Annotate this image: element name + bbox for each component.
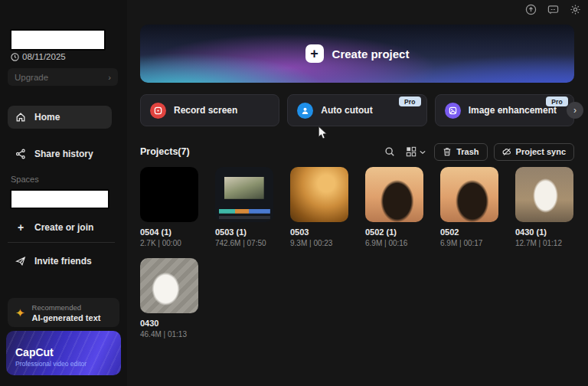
project-card[interactable]: 0430 (1) 12.7M | 01:12: [515, 167, 573, 247]
chevron-right-icon: ›: [108, 73, 111, 82]
project-thumbnail[interactable]: [440, 167, 498, 222]
project-stats: 9.3M | 00:23: [290, 239, 348, 247]
project-thumbnail[interactable]: [515, 167, 573, 222]
trash-icon: [443, 147, 452, 156]
record-icon: [150, 103, 166, 119]
sidebar-item-label: Create or join: [34, 222, 93, 233]
sidebar-item-invite-friends[interactable]: Invite friends: [8, 250, 100, 273]
project-stats: 46.4M | 01:13: [140, 330, 198, 339]
auto-cutout-button[interactable]: Auto cutout Pro: [287, 94, 426, 126]
project-card[interactable]: 0503 9.3M | 00:23: [290, 167, 348, 247]
date-text: 08/11/2025: [22, 52, 66, 61]
plus-icon: +: [305, 44, 324, 63]
spaces-section-label: Spaces: [11, 175, 39, 184]
create-project-label: Create project: [332, 47, 410, 61]
upgrade-button[interactable]: Upgrade ›: [8, 68, 118, 86]
project-title: 0504 (1): [140, 227, 198, 237]
clock-icon: [11, 53, 19, 61]
capcut-banner-subtitle: Professional video editor: [15, 360, 112, 368]
project-title: 0502: [440, 227, 498, 237]
share-icon: [15, 149, 26, 159]
chevron-down-icon: [420, 146, 426, 158]
project-sync-button[interactable]: Project sync: [494, 143, 574, 161]
grid-view-icon: [406, 146, 416, 157]
paper-plane-icon: [15, 256, 26, 267]
pro-badge: Pro: [546, 96, 568, 106]
project-card[interactable]: 0504 (1) 2.7K | 00:00: [140, 167, 198, 247]
project-thumbnail[interactable]: [215, 167, 273, 222]
projects-header: Projects(7): [140, 142, 574, 161]
recommended-item-label: AI-generated text: [32, 313, 101, 322]
trash-label: Trash: [456, 147, 479, 156]
record-screen-button[interactable]: Record screen: [140, 94, 279, 126]
projects-count-title: Projects(7): [140, 146, 190, 157]
settings-gear-icon[interactable]: [568, 2, 582, 16]
sidebar-item-label: Home: [34, 112, 60, 123]
project-stats: 12.7M | 01:12: [515, 239, 573, 247]
capcut-pro-editor-banner[interactable]: CapCut Professional video editor: [6, 331, 121, 375]
project-card[interactable]: 0503 (1) 742.6M | 07:50: [215, 167, 273, 247]
upgrade-label: Upgrade: [15, 73, 48, 82]
sidebar-item-share-history[interactable]: Share history: [8, 142, 101, 165]
project-card[interactable]: 0502 (1) 6.9M | 00:16: [365, 167, 423, 247]
project-thumbnail[interactable]: [140, 167, 198, 222]
person-cutout-icon: [297, 103, 313, 119]
project-card[interactable]: 0502 6.9M | 00:17: [440, 167, 498, 247]
feature-label: Auto cutout: [321, 105, 372, 116]
projects-controls: Trash Project sync: [382, 143, 574, 161]
project-sync-label: Project sync: [516, 147, 566, 156]
image-enhance-icon: [445, 103, 461, 119]
image-enhancement-button[interactable]: Image enhancement Pro: [435, 94, 574, 126]
plus-icon: +: [15, 221, 26, 234]
project-title: 0430: [140, 319, 198, 328]
feature-label: Image enhancement: [469, 105, 557, 116]
search-icon[interactable]: [382, 144, 397, 159]
project-thumbnail[interactable]: [365, 167, 423, 222]
mouse-cursor: [318, 126, 328, 140]
sparkle-icon: ✦: [15, 307, 25, 319]
sidebar-item-create-or-join[interactable]: + Create or join: [8, 216, 101, 239]
project-stats: 742.6M | 07:50: [215, 239, 273, 247]
project-stats: 6.9M | 00:17: [440, 239, 498, 247]
project-title: 0430 (1): [515, 227, 573, 237]
view-mode-dropdown[interactable]: [403, 144, 428, 160]
profile-name-redacted[interactable]: [10, 29, 106, 51]
sidebar-item-home[interactable]: Home: [8, 106, 112, 129]
sidebar: 08/11/2025 Upgrade › Home Share history …: [0, 0, 127, 386]
project-title: 0503 (1): [215, 227, 273, 237]
pro-badge: Pro: [399, 96, 421, 106]
titlebar-actions: [524, 2, 582, 16]
feature-label: Record screen: [174, 105, 237, 116]
space-name-redacted[interactable]: [10, 189, 109, 209]
project-title: 0502 (1): [365, 227, 423, 237]
upload-icon[interactable]: [524, 2, 537, 16]
capcut-logo-text: CapCut: [15, 346, 112, 358]
create-project-button[interactable]: + Create project: [140, 25, 574, 83]
feedback-icon[interactable]: [546, 2, 560, 16]
sidebar-item-label: Share history: [34, 149, 93, 159]
project-title: 0503: [290, 227, 348, 237]
cloud-sync-off-icon: [502, 147, 511, 156]
project-stats: 6.9M | 00:16: [365, 239, 423, 247]
capcut-home-window: 08/11/2025 Upgrade › Home Share history …: [0, 0, 588, 386]
project-thumbnail[interactable]: [140, 258, 198, 313]
project-thumbnail[interactable]: [290, 167, 348, 222]
trash-button[interactable]: Trash: [434, 143, 487, 161]
sidebar-divider: [8, 242, 115, 243]
project-card[interactable]: 0430 46.4M | 01:13: [140, 258, 198, 339]
recommended-ai-generated-text[interactable]: ✦ Recommended AI-generated text: [8, 298, 119, 327]
home-icon: [15, 112, 26, 123]
quick-feature-row: Record screen Auto cutout Pro Image enha…: [140, 94, 574, 126]
features-next-chevron-button[interactable]: ›: [567, 102, 583, 119]
membership-date: 08/11/2025: [11, 52, 66, 61]
sidebar-item-label: Invite friends: [34, 256, 92, 267]
project-stats: 2.7K | 00:00: [140, 239, 198, 247]
projects-grid: 0504 (1) 2.7K | 00:00 0503 (1) 742.6M | …: [140, 167, 584, 339]
recommended-tag: Recommended: [32, 303, 101, 312]
